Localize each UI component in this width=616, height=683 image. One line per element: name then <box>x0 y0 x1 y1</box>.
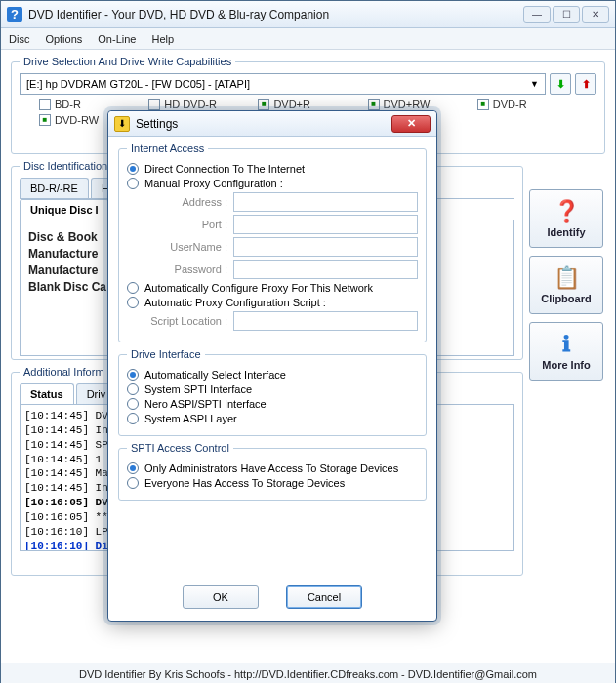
menu-disc[interactable]: Disc <box>9 33 29 45</box>
tab-bdr[interactable]: BD-R/-RE <box>20 178 89 198</box>
menubar: Disc Options On-Line Help <box>1 28 615 50</box>
drive-select[interactable]: [E:] hp DVDRAM GT20L - [FW DC05] - [ATAP… <box>20 73 546 95</box>
footer: DVD Identifier By Kris Schoofs - http://… <box>1 663 615 683</box>
radio-direct[interactable]: Direct Connection To The Internet <box>127 163 418 175</box>
radio-icon <box>127 282 139 294</box>
settings-titlebar: ⬇ Settings ✕ <box>108 111 436 137</box>
capability-item: DVD-R <box>477 99 577 110</box>
internet-legend: Internet Access <box>127 142 208 154</box>
checkbox-icon <box>368 99 380 110</box>
question-icon: ❓ <box>554 199 580 224</box>
radio-auto-interface[interactable]: Automatically Select Interface <box>127 369 418 381</box>
capability-item: BD-R <box>39 99 139 110</box>
checkbox-icon <box>39 99 51 110</box>
radio-icon <box>127 178 139 189</box>
radio-admin-only[interactable]: Only Administrators Have Access To Stora… <box>127 462 418 474</box>
settings-icon: ⬇ <box>114 116 130 132</box>
clipboard-icon: 📋 <box>554 265 580 291</box>
radio-icon <box>127 462 139 474</box>
minimize-button[interactable]: — <box>523 6 551 23</box>
chevron-down-icon: ▼ <box>530 79 539 89</box>
menu-online[interactable]: On-Line <box>98 33 136 45</box>
drive-interface-group: Drive Interface Automatically Select Int… <box>118 348 427 436</box>
disc-identification-legend: Disc Identification <box>20 160 111 172</box>
spti-legend: SPTI Access Control <box>127 442 233 454</box>
maximize-button[interactable]: ☐ <box>553 6 580 23</box>
radio-manual-proxy[interactable]: Manual Proxy Configuration : <box>127 178 418 189</box>
radio-icon <box>127 398 139 410</box>
tab-unique[interactable]: Unique Disc I <box>20 199 109 220</box>
capability-item: HD DVD-R <box>148 99 248 110</box>
radio-icon <box>127 477 139 489</box>
refresh-up-button[interactable]: ⬆ <box>575 73 596 95</box>
tab-status[interactable]: Status <box>20 383 74 404</box>
radio-icon <box>127 297 139 308</box>
clipboard-button[interactable]: 📋 Clipboard <box>529 256 603 314</box>
clipboard-label: Clipboard <box>541 293 591 304</box>
window-title: DVD Identifier - Your DVD, HD DVD & Blu-… <box>28 8 523 21</box>
close-button[interactable]: ✕ <box>582 6 609 23</box>
refresh-down-button[interactable]: ⬇ <box>550 73 571 95</box>
drive-interface-legend: Drive Interface <box>127 348 205 360</box>
titlebar: ? DVD Identifier - Your DVD, HD DVD & Bl… <box>1 1 615 28</box>
additional-legend: Additional Inform <box>20 366 108 378</box>
checkbox-icon <box>39 114 51 126</box>
radio-icon <box>127 369 139 381</box>
radio-auto-proxy[interactable]: Automatically Configure Proxy For This N… <box>127 282 418 294</box>
radio-system-aspi[interactable]: System ASPI Layer <box>127 413 418 424</box>
capability-item <box>477 114 577 126</box>
checkbox-icon <box>148 99 160 110</box>
radio-everyone[interactable]: Everyone Has Access To Storage Devices <box>127 477 418 489</box>
capability-item: DVD+RW <box>368 99 468 110</box>
menu-options[interactable]: Options <box>45 33 82 45</box>
settings-title: Settings <box>136 117 391 131</box>
moreinfo-label: More Info <box>542 359 591 371</box>
drive-selected-text: [E:] hp DVDRAM GT20L - [FW DC05] - [ATAP… <box>26 78 250 90</box>
spti-group: SPTI Access Control Only Administrators … <box>118 442 427 501</box>
radio-proxy-script[interactable]: Automatic Proxy Configuration Script : <box>127 297 418 308</box>
radio-nero-aspi[interactable]: Nero ASPI/SPTI Interface <box>127 398 418 410</box>
proxy-password-input[interactable] <box>233 260 418 279</box>
proxy-address-input[interactable] <box>233 192 418 212</box>
radio-icon <box>127 413 139 424</box>
checkbox-icon <box>258 99 269 110</box>
app-icon: ? <box>7 7 22 22</box>
settings-close-button[interactable]: ✕ <box>391 115 431 133</box>
radio-icon <box>127 163 139 175</box>
identify-label: Identify <box>547 226 585 238</box>
settings-dialog: ⬇ Settings ✕ Internet Access Direct Conn… <box>107 110 437 622</box>
moreinfo-button[interactable]: ℹ More Info <box>529 322 603 381</box>
radio-icon <box>127 383 139 395</box>
ok-button[interactable]: OK <box>183 585 259 609</box>
cancel-button[interactable]: Cancel <box>286 585 362 609</box>
internet-group: Internet Access Direct Connection To The… <box>118 142 427 342</box>
radio-spti[interactable]: System SPTI Interface <box>127 383 418 395</box>
proxy-port-input[interactable] <box>233 215 418 234</box>
menu-help[interactable]: Help <box>151 33 174 45</box>
info-icon: ℹ <box>562 332 570 357</box>
capability-item: DVD+R <box>258 99 357 110</box>
arrow-down-icon: ⬇ <box>556 78 565 91</box>
proxy-script-input[interactable] <box>233 311 418 331</box>
arrow-up-icon: ⬆ <box>582 78 591 91</box>
proxy-username-input[interactable] <box>233 237 418 257</box>
identify-button[interactable]: ❓ Identify <box>529 189 603 248</box>
drive-legend: Drive Selection And Drive Write Capabili… <box>20 56 235 67</box>
checkbox-icon <box>477 99 489 110</box>
